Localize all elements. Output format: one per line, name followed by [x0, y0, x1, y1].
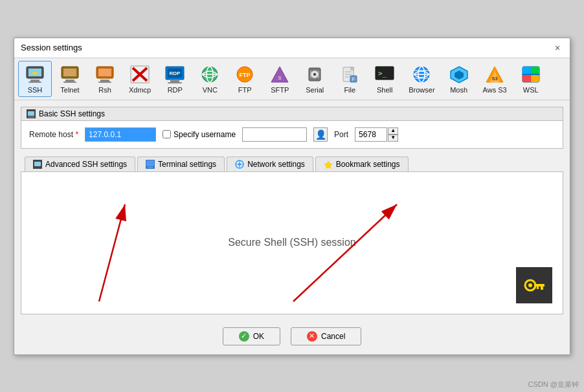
svg-rect-75: [537, 287, 539, 289]
file-icon: F: [339, 64, 360, 85]
toolbar-rsh[interactable]: Rsh: [88, 61, 122, 97]
svg-text:>_: >_: [378, 69, 387, 78]
tab-advanced-ssh[interactable]: Advanced SSH settings: [25, 157, 135, 171]
remote-host-label: Remote host *: [29, 130, 78, 139]
toolbar-mosh[interactable]: Mosh: [442, 61, 476, 97]
rdp-icon: RDP: [164, 64, 185, 85]
port-input[interactable]: [355, 127, 387, 142]
ftp-icon: FTP: [234, 64, 255, 85]
svg-marker-70: [324, 161, 332, 169]
aws-s3-icon: S3: [484, 64, 505, 85]
svg-rect-8: [63, 82, 76, 83]
rsh-icon: [95, 64, 115, 85]
svg-rect-6: [63, 69, 76, 76]
footer: ✓ OK ✕ Cancel: [14, 321, 570, 354]
tab-terminal-icon: [146, 160, 155, 169]
svg-text:S3: S3: [492, 76, 498, 81]
toolbar-ftp[interactable]: FTP FTP: [228, 61, 262, 97]
basic-settings-title: Basic SSH settings: [21, 107, 563, 121]
svg-rect-10: [98, 69, 111, 76]
browser-icon: [411, 64, 432, 85]
sftp-icon: S: [269, 64, 290, 85]
svg-rect-7: [65, 80, 74, 82]
svg-rect-18: [170, 80, 179, 82]
svg-rect-4: [32, 72, 38, 74]
toolbar-serial[interactable]: Serial: [298, 61, 331, 97]
toolbar-sftp[interactable]: S SFTP: [263, 61, 297, 97]
svg-rect-65: [148, 167, 153, 168]
toolbar-vnc-label: VNC: [203, 86, 218, 94]
toolbar-browser[interactable]: Browser: [403, 61, 440, 97]
tab-terminal[interactable]: Terminal settings: [137, 157, 225, 171]
toolbar-sftp-label: SFTP: [271, 86, 289, 94]
telnet-icon: [60, 64, 80, 85]
port-spin-down[interactable]: ▼: [388, 135, 398, 142]
tab-network-icon: [235, 160, 244, 169]
cancel-label: Cancel: [321, 332, 345, 341]
svg-rect-74: [541, 287, 543, 290]
xdmcp-icon: [129, 64, 150, 85]
toolbar-ssh-label: SSH: [28, 86, 43, 94]
toolbar-telnet[interactable]: Telnet: [53, 61, 87, 97]
toolbar-rdp[interactable]: RDP RDP: [158, 61, 192, 97]
key-icon: [521, 272, 547, 298]
toolbar-vnc[interactable]: VNC: [193, 61, 227, 97]
ok-button[interactable]: ✓ OK: [223, 327, 280, 345]
port-spinner: ▲ ▼: [355, 127, 398, 142]
svg-text:FTP: FTP: [240, 72, 251, 78]
specify-username-label: Specify username: [174, 130, 236, 139]
port-spin-up[interactable]: ▲: [388, 127, 398, 135]
specify-username-checkbox[interactable]: [163, 130, 171, 138]
svg-point-72: [528, 283, 532, 287]
svg-rect-11: [100, 80, 109, 82]
session-label: Secure Shell (SSH) session: [228, 237, 355, 248]
tab-bookmark-label: Bookmark settings: [336, 160, 400, 169]
user-icon-button[interactable]: 👤: [313, 127, 328, 142]
tab-bookmark[interactable]: Bookmark settings: [315, 157, 409, 171]
svg-rect-56: [522, 75, 531, 82]
toolbar-xdmcp-label: Xdmcp: [129, 86, 151, 94]
toolbar-wsl-label: WSL: [523, 86, 539, 94]
specify-username-checkbox-label[interactable]: Specify username: [163, 130, 236, 139]
tab-network-label: Network settings: [247, 160, 305, 169]
mosh-icon: [449, 64, 469, 85]
toolbar-file[interactable]: F File: [333, 61, 366, 97]
svg-rect-64: [146, 160, 154, 166]
svg-rect-54: [522, 67, 531, 74]
port-label: Port: [334, 130, 348, 139]
required-marker: *: [75, 130, 78, 139]
toolbar-aws-s3-label: Aws S3: [483, 86, 507, 94]
toolbar-rsh-label: Rsh: [98, 86, 111, 94]
svg-text:RDP: RDP: [170, 71, 181, 76]
svg-rect-59: [28, 111, 34, 116]
tab-content: Secure Shell (SSH) session: [21, 172, 563, 314]
username-input[interactable]: [242, 127, 307, 142]
toolbar-wsl[interactable]: WSL: [514, 61, 548, 97]
svg-line-77: [99, 204, 125, 301]
svg-rect-62: [34, 162, 41, 166]
tab-advanced-label: Advanced SSH settings: [45, 160, 127, 169]
svg-rect-73: [534, 284, 545, 287]
toolbar-serial-label: Serial: [306, 86, 324, 94]
svg-text:S: S: [278, 75, 282, 81]
svg-text:F: F: [352, 77, 355, 82]
cancel-button[interactable]: ✕ Cancel: [291, 327, 361, 345]
svg-rect-55: [531, 67, 539, 74]
cancel-icon: ✕: [307, 331, 317, 342]
basic-settings-section: Basic SSH settings Remote host * Specify…: [21, 107, 563, 149]
toolbar-aws-s3[interactable]: S3 Aws S3: [477, 61, 513, 97]
toolbar-shell[interactable]: >_ Shell: [368, 61, 401, 97]
tab-network[interactable]: Network settings: [227, 157, 313, 171]
toolbar-ftp-label: FTP: [238, 86, 252, 94]
tab-advanced-icon: [33, 160, 42, 169]
vnc-icon: [199, 64, 220, 85]
toolbar-shell-label: Shell: [377, 86, 392, 94]
toolbar-ssh[interactable]: SSH: [18, 61, 52, 97]
remote-host-input[interactable]: [85, 127, 156, 142]
wsl-icon: [521, 64, 541, 85]
toolbar-mosh-label: Mosh: [450, 86, 467, 94]
toolbar-xdmcp[interactable]: Xdmcp: [123, 61, 157, 97]
close-button[interactable]: ×: [552, 42, 563, 54]
session-settings-dialog: Session settings × SSH: [14, 38, 570, 355]
ok-icon: ✓: [239, 331, 249, 342]
